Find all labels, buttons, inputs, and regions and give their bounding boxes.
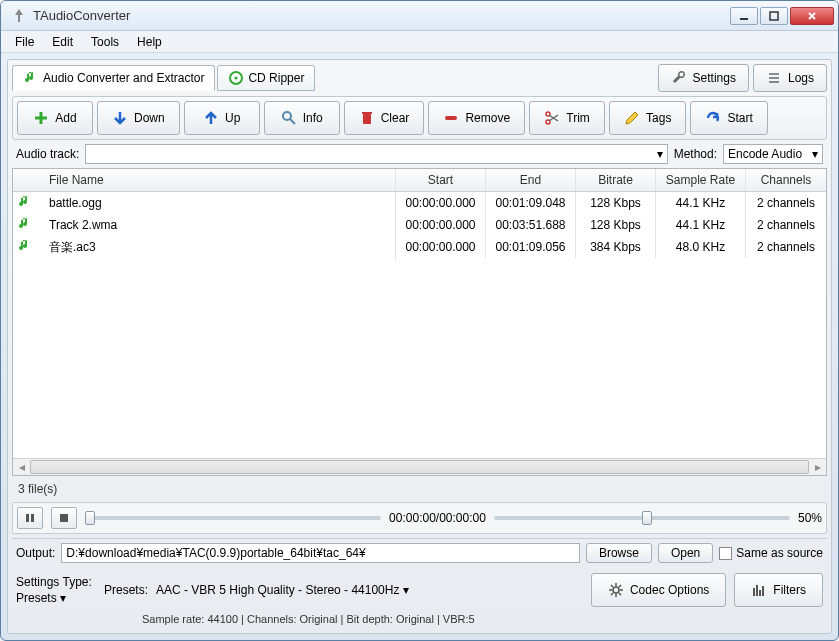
browse-button[interactable]: Browse <box>586 543 652 563</box>
start-button[interactable]: Start <box>690 101 767 135</box>
cell-start: 00:00:00.000 <box>396 192 486 214</box>
preset-info: Sample rate: 44100 | Channels: Original … <box>12 611 827 629</box>
table-row[interactable]: 音楽.ac300:00:00.00000:01:09.056384 Kbps48… <box>13 236 826 258</box>
svg-rect-17 <box>759 590 761 596</box>
table-header: File Name Start End Bitrate Sample Rate … <box>13 169 826 192</box>
settings-type-combo[interactable]: Presets ▾ <box>16 591 96 605</box>
menu-help[interactable]: Help <box>129 33 170 51</box>
output-path-input[interactable] <box>61 543 580 563</box>
toolbar: Add Down Up Info Clear Remove Trim Tags … <box>12 96 827 140</box>
scissors-icon <box>544 110 560 126</box>
settings-button[interactable]: Settings <box>658 64 749 92</box>
svg-point-14 <box>613 587 619 593</box>
cell-channels: 2 channels <box>746 192 826 214</box>
open-button[interactable]: Open <box>658 543 713 563</box>
arrow-up-icon <box>203 110 219 126</box>
equalizer-icon <box>751 582 767 598</box>
svg-rect-16 <box>756 585 758 596</box>
maximize-button[interactable] <box>760 7 788 25</box>
tab-row: Audio Converter and Extractor CD Ripper … <box>12 64 827 92</box>
scroll-left-icon[interactable]: ◂ <box>13 459 30 475</box>
music-note-icon <box>17 216 33 232</box>
audio-track-label: Audio track: <box>16 147 79 161</box>
method-combo[interactable]: Encode Audio ▾ <box>723 144 823 164</box>
presets-combo[interactable]: AAC - VBR 5 High Quality - Stereo - 4410… <box>156 583 583 597</box>
volume-slider[interactable] <box>494 516 790 520</box>
settings-type-label: Settings Type: <box>16 575 96 589</box>
cell-filename: Track 2.wma <box>41 214 396 236</box>
svg-rect-15 <box>753 588 755 596</box>
col-samplerate[interactable]: Sample Rate <box>656 169 746 191</box>
tags-button[interactable]: Tags <box>609 101 686 135</box>
svg-rect-18 <box>762 586 764 596</box>
add-button[interactable]: Add <box>17 101 93 135</box>
scroll-thumb[interactable] <box>30 460 809 474</box>
svg-point-4 <box>235 77 238 80</box>
svg-rect-2 <box>770 12 778 20</box>
scroll-right-icon[interactable]: ▸ <box>809 459 826 475</box>
minimize-button[interactable] <box>730 7 758 25</box>
method-label: Method: <box>674 147 717 161</box>
menu-file[interactable]: File <box>7 33 42 51</box>
presets-label: Presets: <box>104 583 148 597</box>
tab-ripper[interactable]: CD Ripper <box>217 65 315 91</box>
table-row[interactable]: battle.ogg00:00:00.00000:01:09.048128 Kb… <box>13 192 826 214</box>
cell-samplerate: 48.0 KHz <box>656 236 746 258</box>
menu-edit[interactable]: Edit <box>44 33 81 51</box>
time-display: 00:00:00/00:00:00 <box>389 511 486 525</box>
tab-converter[interactable]: Audio Converter and Extractor <box>12 65 215 91</box>
file-table: File Name Start End Bitrate Sample Rate … <box>12 168 827 476</box>
chevron-down-icon: ▾ <box>403 583 409 597</box>
logs-button[interactable]: Logs <box>753 64 827 92</box>
clear-button[interactable]: Clear <box>344 101 425 135</box>
up-button[interactable]: Up <box>184 101 260 135</box>
audio-track-row: Audio track: ▾ Method: Encode Audio ▾ <box>12 144 827 164</box>
codec-options-button[interactable]: Codec Options <box>591 573 726 607</box>
cell-channels: 2 channels <box>746 214 826 236</box>
remove-button[interactable]: Remove <box>428 101 525 135</box>
tab-label: CD Ripper <box>248 71 304 85</box>
arrow-down-icon <box>112 110 128 126</box>
down-button[interactable]: Down <box>97 101 180 135</box>
content-area: Audio Converter and Extractor CD Ripper … <box>7 59 832 634</box>
cd-icon <box>228 70 244 86</box>
close-button[interactable] <box>790 7 834 25</box>
titlebar: TAudioConverter <box>1 1 838 31</box>
cell-end: 00:01:09.056 <box>486 236 576 258</box>
menu-tools[interactable]: Tools <box>83 33 127 51</box>
col-bitrate[interactable]: Bitrate <box>576 169 656 191</box>
cell-bitrate: 384 Kbps <box>576 236 656 258</box>
svg-rect-0 <box>18 15 20 22</box>
seek-slider[interactable] <box>85 516 381 520</box>
svg-rect-11 <box>26 514 29 522</box>
player-bar: 00:00:00/00:00:00 50% <box>12 502 827 534</box>
list-icon <box>766 70 782 86</box>
table-row[interactable]: Track 2.wma00:00:00.00000:03:51.688128 K… <box>13 214 826 236</box>
trim-button[interactable]: Trim <box>529 101 605 135</box>
stop-button[interactable] <box>51 507 77 529</box>
horizontal-scrollbar[interactable]: ◂ ▸ <box>13 458 826 475</box>
col-start[interactable]: Start <box>396 169 486 191</box>
col-end[interactable]: End <box>486 169 576 191</box>
plus-icon <box>33 110 49 126</box>
col-channels[interactable]: Channels <box>746 169 826 191</box>
cell-start: 00:00:00.000 <box>396 214 486 236</box>
chevron-down-icon: ▾ <box>812 147 818 161</box>
same-as-source-checkbox[interactable]: Same as source <box>719 546 823 560</box>
button-label: Logs <box>788 71 814 85</box>
magnifier-icon <box>281 110 297 126</box>
svg-rect-7 <box>362 112 372 114</box>
preset-row: Settings Type: Presets ▾ Presets: AAC - … <box>12 571 827 607</box>
col-filename[interactable]: File Name <box>41 169 396 191</box>
info-button[interactable]: Info <box>264 101 340 135</box>
pause-button[interactable] <box>17 507 43 529</box>
chevron-down-icon: ▾ <box>657 147 663 161</box>
music-note-icon <box>23 70 39 86</box>
audio-track-combo[interactable]: ▾ <box>85 144 667 164</box>
cell-start: 00:00:00.000 <box>396 236 486 258</box>
cell-end: 00:01:09.048 <box>486 192 576 214</box>
minus-icon <box>443 110 459 126</box>
filters-button[interactable]: Filters <box>734 573 823 607</box>
svg-rect-12 <box>31 514 34 522</box>
output-row: Output: Browse Open Same as source <box>12 538 827 567</box>
